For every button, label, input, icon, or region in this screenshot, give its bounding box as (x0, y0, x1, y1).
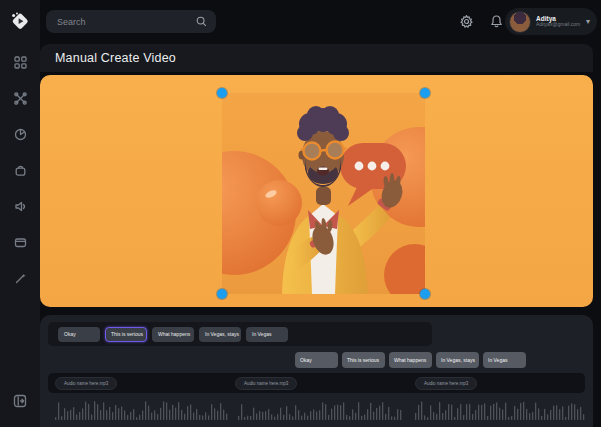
collapse-panel-icon (13, 394, 27, 408)
chevron-down-icon: ▾ (586, 17, 590, 26)
subtitle-chip[interactable]: Okay (58, 327, 100, 342)
subtitle-track-1[interactable]: OkayThis is seriousWhat happensIn Vegas,… (48, 322, 432, 346)
sidebar-item-frames[interactable] (8, 230, 32, 254)
page-title: Manual Create Video (55, 51, 176, 65)
gear-icon (459, 14, 474, 29)
subtitle-chip[interactable]: In Vegas, stays (199, 327, 241, 342)
sidebar-item-assets[interactable] (8, 158, 32, 182)
dashboard-grid-icon (14, 56, 27, 69)
sidebar-item-audio[interactable] (8, 194, 32, 218)
subtitle-chip[interactable]: In Vegas, stays (436, 352, 479, 368)
settings-button[interactable] (459, 14, 475, 30)
resize-handle-top-left[interactable] (217, 88, 227, 98)
notifications-button[interactable] (489, 14, 505, 30)
resize-handle-top-right[interactable] (420, 88, 430, 98)
sidebar (0, 0, 40, 427)
scissors-icon (14, 92, 27, 105)
sidebar-item-media[interactable] (8, 122, 32, 146)
subtitle-chip[interactable]: In Vegas (246, 327, 288, 342)
user-account-menu[interactable]: Aditya Adityax@gmail.com ▾ (505, 8, 597, 35)
subtitle-chip[interactable]: In Vegas (483, 352, 526, 368)
avatar (509, 11, 531, 33)
audio-clip[interactable]: Audio name here.mp3 (55, 377, 117, 390)
app-logo-icon[interactable] (7, 8, 33, 34)
title-panel: Manual Create Video (40, 44, 593, 72)
disc-icon (14, 128, 27, 141)
subtitle-track-2[interactable]: OkayThis is seriousWhat happensIn Vegas,… (295, 352, 526, 368)
audio-clip[interactable]: Audio name here.mp3 (415, 377, 477, 390)
speaker-icon (14, 200, 27, 213)
video-canvas[interactable] (40, 75, 593, 307)
bell-icon (489, 14, 504, 29)
character-illustration (222, 93, 425, 294)
user-email: Adityax@gmail.com (536, 22, 583, 28)
audio-clip[interactable]: Audio name here.mp3 (235, 377, 297, 390)
search-icon (196, 16, 207, 27)
resize-handle-bottom-left[interactable] (217, 289, 227, 299)
sidebar-collapse-button[interactable] (8, 389, 32, 413)
audio-track[interactable]: Audio name here.mp3Audio name here.mp3Au… (48, 373, 585, 393)
subtitle-chip[interactable]: This is serious (342, 352, 385, 368)
subtitle-chip[interactable]: Okay (295, 352, 338, 368)
subtitle-chip[interactable]: This is serious (105, 327, 147, 342)
magic-wand-icon (14, 272, 27, 285)
sidebar-item-magic[interactable] (8, 266, 32, 290)
sidebar-item-edit[interactable] (8, 86, 32, 110)
search-bar (46, 10, 216, 33)
sidebar-nav (8, 50, 32, 290)
selected-image-layer[interactable] (222, 93, 425, 294)
resize-handle-bottom-right[interactable] (420, 289, 430, 299)
frame-icon (14, 236, 27, 249)
search-input[interactable] (55, 16, 196, 28)
timeline-panel: OkayThis is seriousWhat happensIn Vegas,… (40, 315, 593, 427)
bag-icon (14, 164, 27, 177)
subtitle-chip[interactable]: What happens (152, 327, 194, 342)
sidebar-item-dashboard[interactable] (8, 50, 32, 74)
user-name: Aditya (536, 15, 583, 22)
audio-waveform[interactable] (55, 396, 585, 420)
subtitle-chip[interactable]: What happens (389, 352, 432, 368)
